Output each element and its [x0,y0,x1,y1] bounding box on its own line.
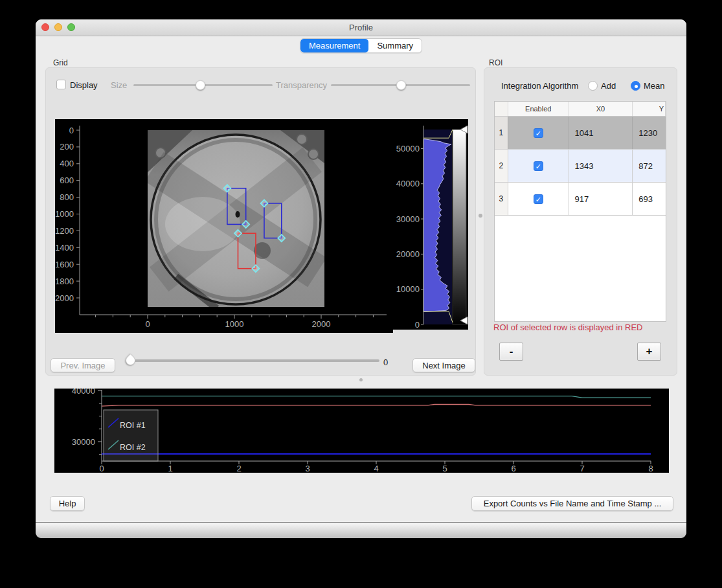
svg-text:ROI #2: ROI #2 [120,443,146,452]
enabled-checkbox[interactable]: ✓ [534,128,543,138]
image-index-slider[interactable] [126,356,379,365]
colorbar [453,130,466,324]
xray-image [144,130,326,311]
row-number: 3 [495,183,508,215]
cell-enabled: ✓ [508,183,569,215]
cell-y0[interactable]: 693 [633,183,666,215]
integration-algorithm-label: Integration Algorithm [501,81,578,91]
roi-table-header: Enabled X0 Y [495,102,666,117]
svg-text:200: 200 [60,142,74,152]
svg-text:1600: 1600 [55,260,74,269]
image-index-slider-thumb[interactable] [124,354,137,367]
svg-text:1000: 1000 [225,319,244,329]
grid-panel: Display Size Transparency 02004006008001… [45,67,476,376]
header-y0: Y [633,102,666,116]
table-row[interactable]: 1 ✓ 1041 1230 [495,117,666,150]
counts-vs-index-plot: 3000040000012345678ROI #1ROI #2 [54,389,669,473]
row-number: 1 [495,117,508,149]
roi-panel-label: ROI [489,58,502,67]
add-roi-button[interactable]: + [637,343,661,361]
row-number: 2 [495,150,508,182]
image-index-slider-track[interactable] [126,359,379,362]
image-viewer[interactable]: 0200400600800100012001400160018002000010… [55,119,393,333]
svg-text:30000: 30000 [396,214,420,224]
svg-text:2000: 2000 [312,319,331,329]
transparency-slider[interactable] [331,80,470,90]
size-slider-thumb[interactable] [196,80,205,90]
svg-text:20000: 20000 [396,249,420,259]
window-bottom-bar[interactable] [36,522,686,538]
transparency-slider-thumb[interactable] [396,80,406,90]
svg-text:5: 5 [442,464,447,473]
window-title: Profile [36,19,686,36]
svg-text:8: 8 [648,464,653,473]
svg-text:10000: 10000 [396,284,420,294]
svg-text:2: 2 [236,464,241,473]
svg-text:ROI #1: ROI #1 [120,421,146,430]
header-enabled: Enabled [508,102,569,116]
svg-text:0: 0 [415,320,420,330]
cell-y0[interactable]: 1230 [633,117,666,149]
plot-legend: ROI #1ROI #2 [104,410,158,461]
intensity-histogram[interactable]: 01000020000300004000050000 [393,119,468,330]
svg-text:0: 0 [69,126,74,135]
histogram-plot[interactable]: 01000020000300004000050000 [393,119,468,330]
remove-roi-button[interactable]: - [499,343,523,361]
titlebar: Profile [36,19,686,36]
tab-summary[interactable]: Summary [368,39,422,52]
help-button[interactable]: Help [50,496,85,511]
roi-table[interactable]: Enabled X0 Y 1 ✓ 1041 1230 2 ✓ 1343 872 … [494,101,666,322]
svg-text:1: 1 [168,464,172,473]
roi-note: ROI of selected row is displayed in RED [493,322,642,332]
xray-image-plot[interactable]: 0200400600800100012001400160018002000010… [55,119,393,333]
cell-y0[interactable]: 872 [633,150,666,182]
svg-text:0: 0 [99,464,104,473]
radio-mean-label: Mean [644,81,665,91]
export-button[interactable]: Export Counts vs File Name and Time Stam… [471,496,673,511]
table-row[interactable]: 3 ✓ 917 693 [495,183,666,216]
svg-text:7: 7 [580,464,584,473]
cell-enabled: ✓ [508,150,569,182]
tab-measurement[interactable]: Measurement [300,39,368,52]
header-x0: X0 [569,102,633,116]
svg-text:400: 400 [60,159,74,168]
cell-x0[interactable]: 1343 [569,150,633,182]
roi-panel: Integration Algorithm Add Mean Enabled X… [484,67,677,376]
enabled-checkbox[interactable]: ✓ [534,194,543,204]
splitter-dot[interactable] [359,378,363,381]
svg-text:1800: 1800 [55,277,74,286]
svg-text:40000: 40000 [72,389,95,396]
svg-text:1400: 1400 [55,243,74,253]
svg-text:4: 4 [374,464,378,473]
next-image-button[interactable]: Next Image [412,358,475,372]
tab-bar: Measurement Summary [36,38,686,53]
header-num [495,102,508,116]
cell-x0[interactable]: 917 [569,183,633,215]
enabled-checkbox[interactable]: ✓ [534,161,543,171]
radio-add[interactable] [588,81,598,91]
svg-text:2000: 2000 [55,293,74,303]
svg-text:50000: 50000 [396,144,420,153]
svg-text:30000: 30000 [72,437,95,447]
table-row[interactable]: 2 ✓ 1343 872 [495,150,666,183]
svg-text:0: 0 [145,319,150,329]
cell-enabled: ✓ [508,117,569,149]
display-checkbox-label: Display [70,80,98,90]
svg-text:800: 800 [60,192,74,202]
svg-text:600: 600 [60,175,74,185]
size-slider-label: Size [111,80,127,90]
cell-x0[interactable]: 1041 [569,117,633,149]
svg-text:3: 3 [305,464,310,473]
radio-mean[interactable] [631,81,640,91]
panel-splitter-handle[interactable] [479,214,482,218]
size-slider[interactable] [133,80,273,90]
svg-text:1000: 1000 [55,209,74,219]
svg-text:6: 6 [511,464,515,473]
transparency-slider-label: Transparency [276,80,327,90]
radio-add-label: Add [601,81,616,91]
svg-text:40000: 40000 [396,179,420,188]
display-checkbox[interactable] [56,80,66,89]
grid-panel-label: Grid [53,58,68,67]
svg-text:1200: 1200 [55,226,74,236]
prev-image-button[interactable]: Prev. Image [51,358,115,372]
